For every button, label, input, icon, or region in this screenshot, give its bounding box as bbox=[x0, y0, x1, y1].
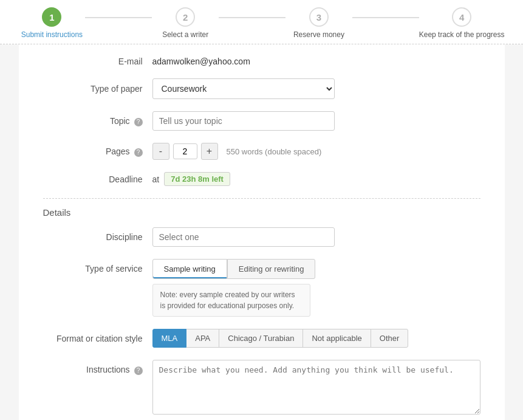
discipline-label: Discipline bbox=[43, 232, 152, 242]
instructions-textarea[interactable] bbox=[152, 360, 480, 415]
instructions-label: Instructions ? bbox=[43, 360, 152, 375]
format-na-button[interactable]: Not applicable bbox=[303, 329, 371, 348]
pages-value-input[interactable]: 2 bbox=[173, 143, 197, 159]
format-control: MLA APA Chicago / Turabian Not applicabl… bbox=[152, 329, 480, 348]
step-circle-3: 3 bbox=[309, 7, 329, 27]
step-circle-4: 4 bbox=[452, 7, 471, 27]
format-apa-button[interactable]: APA bbox=[186, 329, 219, 348]
pages-words-label: 550 words (double spaced) bbox=[227, 147, 322, 156]
service-editing-button[interactable]: Editing or rewriting bbox=[227, 259, 316, 279]
deadline-control: at 7d 23h 8m left bbox=[152, 172, 480, 186]
type-of-paper-select[interactable]: Coursework Essay Research Paper Term Pap… bbox=[152, 78, 335, 99]
pages-control: - 2 + 550 words (double spaced) bbox=[152, 143, 480, 160]
step-2[interactable]: 2 Select a writer bbox=[152, 7, 219, 44]
email-label: E-mail bbox=[43, 57, 152, 66]
instructions-row: Instructions ? bbox=[43, 360, 480, 416]
pages-row: Pages ? - 2 + 550 words (double spaced) bbox=[43, 143, 480, 160]
pages-help-icon[interactable]: ? bbox=[134, 148, 143, 157]
topic-help-icon[interactable]: ? bbox=[134, 118, 143, 126]
deadline-info: at 7d 23h 8m left bbox=[152, 172, 480, 186]
discipline-row: Discipline bbox=[43, 227, 480, 247]
deadline-label: Deadline bbox=[43, 174, 152, 184]
connector-1-2 bbox=[85, 17, 152, 18]
format-other-button[interactable]: Other bbox=[371, 329, 409, 348]
type-of-service-control: Sample writing Editing or rewriting Note… bbox=[152, 259, 480, 317]
progress-bar: 1 Submit instructions 2 Select a writer … bbox=[0, 0, 523, 44]
format-chicago-button[interactable]: Chicago / Turabian bbox=[219, 329, 303, 348]
discipline-control bbox=[152, 227, 480, 247]
instructions-help-icon[interactable]: ? bbox=[134, 367, 143, 375]
step-label-3: Reserve money bbox=[293, 30, 344, 44]
details-section: Details Discipline Type of service Sampl… bbox=[43, 198, 480, 416]
format-label: Format or citation style bbox=[43, 334, 152, 343]
deadline-row: Deadline at 7d 23h 8m left bbox=[43, 172, 480, 186]
main-form: E-mail adamwolken@yahoo.com Type of pape… bbox=[19, 44, 505, 420]
step-label-2: Select a writer bbox=[162, 30, 208, 44]
type-of-service-row: Type of service Sample writing Editing o… bbox=[43, 259, 480, 317]
topic-control bbox=[152, 111, 480, 131]
service-buttons: Sample writing Editing or rewriting bbox=[152, 259, 480, 279]
discipline-input[interactable] bbox=[152, 227, 335, 247]
step-1[interactable]: 1 Submit instructions bbox=[19, 7, 86, 44]
details-title: Details bbox=[43, 207, 480, 218]
deadline-at: at bbox=[152, 174, 160, 184]
topic-input[interactable] bbox=[152, 111, 335, 131]
type-of-paper-row: Type of paper Coursework Essay Research … bbox=[43, 78, 480, 99]
email-row: E-mail adamwolken@yahoo.com bbox=[43, 57, 480, 66]
step-3[interactable]: 3 Reserve money bbox=[285, 7, 352, 44]
step-circle-2: 2 bbox=[176, 7, 195, 27]
type-of-paper-label: Type of paper bbox=[43, 84, 152, 94]
pages-label: Pages ? bbox=[43, 146, 152, 157]
service-sample-button[interactable]: Sample writing bbox=[152, 259, 227, 279]
deadline-badge: 7d 23h 8m left bbox=[164, 172, 230, 186]
format-mla-button[interactable]: MLA bbox=[152, 329, 187, 348]
step-circle-1: 1 bbox=[42, 7, 61, 27]
pages-decrement-button[interactable]: - bbox=[152, 143, 169, 160]
service-note: Note: every sample created by our writer… bbox=[152, 284, 310, 317]
step-4[interactable]: 4 Keep track of the progress bbox=[419, 7, 505, 44]
connector-3-4 bbox=[352, 17, 419, 18]
format-row: Format or citation style MLA APA Chicago… bbox=[43, 329, 480, 348]
deadline-time: 7d 23h 8m left bbox=[171, 174, 224, 184]
topic-label: Topic ? bbox=[43, 116, 152, 126]
step-label-4: Keep track of the progress bbox=[419, 30, 505, 44]
pages-stepper: - 2 + 550 words (double spaced) bbox=[152, 143, 480, 160]
progress-steps: 1 Submit instructions 2 Select a writer … bbox=[19, 7, 505, 44]
email-value: adamwolken@yahoo.com bbox=[152, 57, 480, 66]
format-buttons: MLA APA Chicago / Turabian Not applicabl… bbox=[152, 329, 480, 348]
pages-increment-button[interactable]: + bbox=[201, 143, 218, 160]
topic-row: Topic ? bbox=[43, 111, 480, 131]
connector-2-3 bbox=[219, 17, 285, 18]
instructions-control bbox=[152, 360, 480, 416]
type-of-paper-control: Coursework Essay Research Paper Term Pap… bbox=[152, 78, 480, 99]
type-of-service-label: Type of service bbox=[43, 259, 152, 274]
step-label-1: Submit instructions bbox=[21, 30, 83, 44]
